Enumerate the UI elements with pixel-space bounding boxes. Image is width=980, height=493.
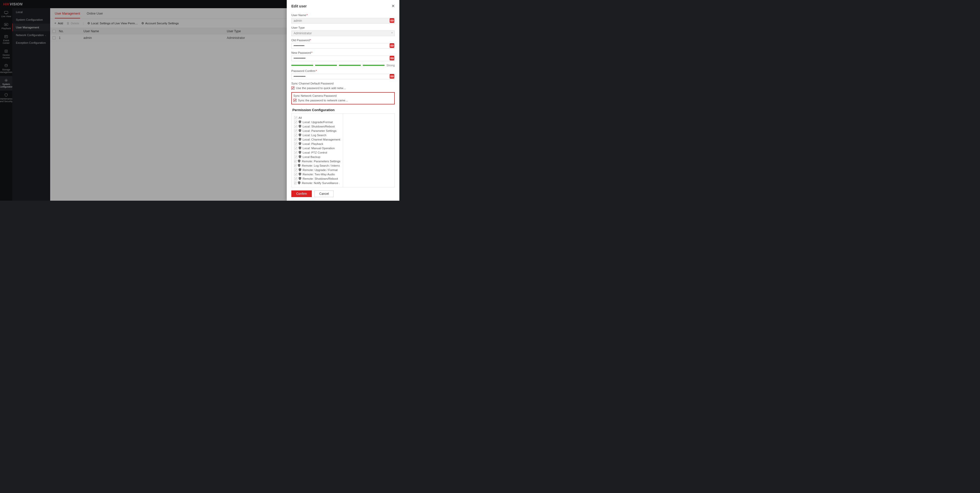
section-sync-channel: Sync Channel Default Password Use the pa… [291,82,395,90]
password-strength: Strong [291,64,395,67]
usertype-select[interactable] [291,30,395,36]
confirm-password-input[interactable] [291,74,395,80]
perm-checkbox[interactable] [294,164,296,167]
edit-user-panel: Edit user ✕ User Name* ⌨ User Type ▾ Old… [287,0,399,201]
panel-footer: Confirm Cancel [287,188,399,201]
permission-box: All Local: Upgrade/FormatLocal: Shutdown… [291,113,395,188]
permission-col-left: All Local: Upgrade/FormatLocal: Shutdown… [291,114,343,187]
field-newpw: New Password* ⌨ [291,51,395,61]
perm-item[interactable]: Local: Log Search [294,133,340,137]
perm-checkbox[interactable] [294,173,297,176]
permission-configuration-title: Permission Configuration [292,108,395,112]
section-sync-camera-highlight: Sync Network Camera Password Sync the pa… [291,92,395,105]
perm-checkbox[interactable] [294,177,297,180]
perm-checkbox[interactable] [294,125,297,128]
keyboard-icon[interactable]: ⌨ [390,56,394,60]
perm-item[interactable]: Local: Playback [294,142,340,146]
cancel-button[interactable]: Cancel [314,191,334,197]
close-icon[interactable]: ✕ [391,3,395,8]
perm-item[interactable]: Remote: Log Search / Interro… [294,163,340,168]
field-username: User Name* ⌨ [291,14,395,24]
perm-label: Remote: Two-Way Audio [302,173,335,176]
perm-item[interactable]: Remote: Two-Way Audio [294,172,340,177]
perm-checkbox[interactable] [294,151,297,154]
perm-label: Local: Playback [302,142,323,145]
strength-bar [291,65,313,66]
perm-checkbox[interactable] [294,142,297,145]
old-password-input[interactable] [291,43,395,49]
username-input[interactable] [291,18,395,24]
perm-label: Local: Channel Management [302,138,340,141]
field-oldpw: Old Password* ⌨ [291,39,395,49]
perm-item[interactable]: Local Backup [294,154,340,159]
perm-label: Remote: Notify Surveillance … [302,181,340,184]
perm-label: Local Backup [302,155,320,159]
field-pwconfirm: Password Confirm* ⌨ [291,69,395,80]
confirm-button[interactable]: Confirm [291,191,312,197]
perm-label: Local: Manual Operation [302,147,335,150]
checkbox-sync-camera[interactable] [293,99,296,102]
checkbox-all[interactable] [294,116,297,119]
perm-label: Remote: Upgrade / Format [302,169,338,172]
perm-checkbox[interactable] [294,155,297,159]
perm-item[interactable]: Remote: Shutdown/Reboot [294,177,340,181]
shield-icon [299,177,301,180]
keyboard-icon[interactable]: ⌨ [390,18,394,23]
perm-checkbox[interactable] [294,169,297,172]
perm-label: Local: Parameter Settings [302,129,336,132]
perm-checkbox[interactable] [294,160,296,163]
shield-icon [299,151,301,154]
perm-all[interactable]: All [294,116,340,120]
perm-item[interactable]: Local: PTZ Control [294,150,340,154]
shield-icon [299,155,301,159]
perm-item[interactable]: Local: Manual Operation [294,146,340,150]
perm-checkbox[interactable] [294,121,297,124]
strength-bar [339,65,361,66]
checkbox-label: Sync the password to network came… [298,99,348,102]
strength-bar [363,65,385,66]
perm-checkbox[interactable] [294,138,297,141]
perm-item[interactable]: Remote: Upgrade / Format [294,168,340,172]
shield-icon [299,129,301,132]
panel-body: User Name* ⌨ User Type ▾ Old Password* ⌨… [287,10,399,188]
panel-header: Edit user ✕ [287,0,399,10]
perm-item[interactable]: Local: Shutdown/Reboot [294,124,340,129]
new-password-input[interactable] [291,56,395,61]
shield-icon [298,164,301,167]
perm-checkbox[interactable] [294,129,297,132]
shield-icon [298,181,301,184]
strength-bar [315,65,337,66]
perm-item[interactable]: Remote: Parameters Settings [294,159,340,163]
perm-item[interactable]: Remote: Notify Surveillance … [294,181,340,185]
chevron-down-icon[interactable]: ▾ [391,32,393,34]
perm-item[interactable]: Local: Upgrade/Format [294,120,340,124]
shield-icon [299,120,301,124]
checkbox-label: Use the password to quick add netw… [296,86,346,90]
shield-icon [299,146,301,150]
shield-icon [299,142,301,145]
strength-text: Strong [387,64,395,67]
perm-item[interactable]: Local: Channel Management [294,137,340,142]
perm-label: Remote: Log Search / Interro… [302,164,340,167]
shield-icon [299,138,301,141]
shield-icon [299,125,301,128]
field-usertype: User Type ▾ [291,26,395,36]
permission-col-right [343,114,394,187]
perm-checkbox[interactable] [294,181,296,184]
perm-item[interactable]: Local: Parameter Settings [294,129,340,133]
perm-checkbox[interactable] [294,147,297,150]
checkbox-quick-add[interactable] [291,86,294,90]
perm-label: Local: Shutdown/Reboot [302,125,335,128]
perm-label: Remote: Shutdown/Reboot [302,177,338,180]
shield-icon [299,173,301,176]
shield-icon [298,159,301,163]
perm-checkbox[interactable] [294,134,297,137]
perm-label: Local: Upgrade/Format [302,121,333,124]
shield-icon [299,134,301,137]
perm-label: Local: PTZ Control [302,151,327,154]
shield-icon [299,168,301,172]
perm-label: Remote: Parameters Settings [302,160,340,163]
keyboard-icon[interactable]: ⌨ [390,74,394,79]
perm-label: Local: Log Search [302,134,326,137]
keyboard-icon[interactable]: ⌨ [390,43,394,48]
